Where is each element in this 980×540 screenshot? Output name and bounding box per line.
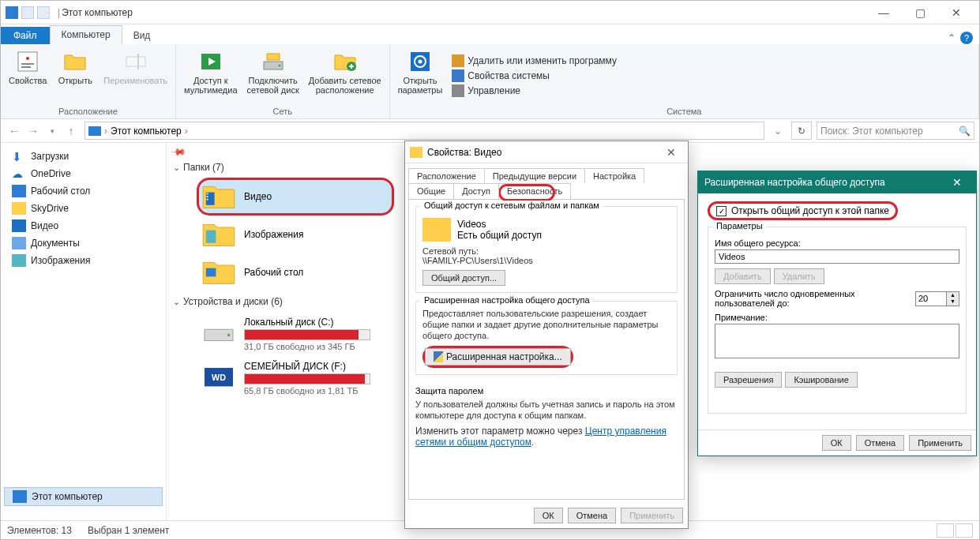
tab-customize[interactable]: Настройка [584,168,644,183]
nav-up-icon[interactable]: ↑ [62,122,80,140]
ribbon-uninstall-link[interactable]: Удалить или изменить программу [452,54,617,67]
tab-view[interactable]: Вид [122,27,162,44]
sidebar-item-desktop[interactable]: Рабочий стол [4,182,163,200]
ok-button[interactable]: ОК [822,435,851,451]
svg-rect-16 [207,196,208,197]
nav-history-icon[interactable]: ▾ [43,122,61,140]
advanced-sharing-button[interactable]: Расширенная настройка... [425,348,571,366]
folder-item-pictures[interactable]: Изображения [197,216,394,253]
caching-button[interactable]: Кэширование [785,372,857,388]
cancel-button[interactable]: Отмена [856,435,904,451]
view-details-button[interactable] [937,523,954,538]
nav-fwd-icon[interactable]: → [24,122,42,140]
pin-icon[interactable]: 📌 [171,144,187,160]
svg-point-21 [227,334,231,337]
search-icon: 🔍 [959,126,971,137]
shield-icon [434,351,443,362]
document-icon [12,237,26,249]
address-location[interactable]: Этот компьютер [111,126,182,137]
close-icon[interactable]: ✕ [659,146,683,159]
disk-label: Локальный диск (C:) [244,317,370,328]
svg-point-1 [26,57,29,60]
share-folder-checkbox[interactable]: ✓ [716,206,727,216]
share-button[interactable]: Общий доступ... [422,270,505,286]
ribbon-open-button[interactable]: Открыть [51,46,99,106]
share-name-label: Имя общего ресурса: [715,238,959,248]
group-parameters: Параметры Имя общего ресурса: Добавить У… [708,227,967,414]
ribbon-open-params-button[interactable]: Открыть параметры [393,46,448,106]
folder-label: Рабочий стол [244,267,303,278]
dialog-buttons: ОК Отмена Применить [698,429,976,456]
folder-item-desktop[interactable]: Рабочий стол [197,253,394,291]
ribbon-manage-link[interactable]: Управление [452,84,617,97]
ok-button[interactable]: ОК [534,508,563,523]
group-title: Общий доступ к сетевым файлам и папкам [421,201,603,210]
stepper-down-icon[interactable]: ▼ [947,298,959,306]
cloud-icon: ☁ [12,167,26,180]
tab-previous-versions[interactable]: Предыдущие версии [484,168,585,183]
disk-item-f[interactable]: WD СЕМЕЙНЫЙ ДИСК (F:) 65,8 ГБ свободно и… [197,356,402,400]
minimize-button[interactable]: — [865,2,902,24]
limit-users-input[interactable] [915,291,947,306]
cancel-button[interactable]: Отмена [568,508,616,523]
folder-item-video[interactable]: Видео [197,178,394,216]
permissions-button[interactable]: Разрешения [715,372,782,388]
sidebar-item-skydrive[interactable]: SkyDrive [4,200,163,217]
view-icons-button[interactable] [956,523,973,538]
status-selection: Выбран 1 элемент [88,525,169,536]
ribbon-media-button[interactable]: Доступ к мультимедиа [179,46,242,106]
close-button[interactable]: ✕ [938,2,974,24]
qat-icon-2[interactable] [21,6,34,19]
svg-rect-19 [206,268,216,277]
sidebar-item-documents[interactable]: Документы [4,234,163,252]
refresh-button[interactable]: ↻ [791,122,812,140]
share-name-input[interactable] [715,249,959,264]
tab-computer[interactable]: Компьютер [50,25,122,44]
properties-dialog: Свойства: Видео ✕ Расположение Предыдущи… [404,141,689,529]
ribbon-tabs: Файл Компьютер Вид ⌃ ? [1,24,979,44]
close-icon[interactable]: ✕ [944,176,970,189]
group-network-sharing: Общий доступ к сетевым файлам и папкам V… [415,206,678,293]
ribbon-rename-button: Переименовать [99,46,172,106]
sidebar-item-downloads[interactable]: ⬇Загрузки [4,148,163,165]
share-status: Есть общий доступ [457,230,542,241]
disk-item-c[interactable]: Локальный диск (C:) 31,0 ГБ свободно из … [197,312,402,356]
sidebar-item-this-pc[interactable]: Этот компьютер [4,487,163,506]
sidebar-item-video[interactable]: Видео [4,217,163,234]
search-box[interactable]: Поиск: Этот компьютер 🔍 [817,122,974,140]
ribbon: Свойства Открыть Переименовать Расположе… [1,44,979,119]
disk-free-text: 31,0 ГБ свободно из 345 ГБ [244,342,370,351]
highlight-ring: Расширенная настройка... [422,346,573,368]
remove-button: Удалить [774,268,824,284]
apply-button[interactable]: Применить [909,435,971,451]
help-icon[interactable]: ? [960,32,973,44]
disk-usage-bar [244,373,370,384]
qat-icon-3[interactable] [37,6,50,19]
ribbon-sysprops-link[interactable]: Свойства системы [452,69,617,82]
stepper-up-icon[interactable]: ▲ [947,292,959,299]
tab-file[interactable]: Файл [1,27,50,44]
collapse-ribbon-icon[interactable]: ⌃ [948,32,956,43]
pc-icon [88,126,101,136]
tab-security[interactable]: Безопасность [498,183,571,199]
note-textarea[interactable] [715,324,959,358]
tab-general[interactable]: Общие [408,183,454,199]
sidebar-item-onedrive[interactable]: ☁OneDrive [4,165,163,182]
tab-location[interactable]: Расположение [408,168,485,183]
limit-users-stepper[interactable]: ▲▼ [915,291,959,306]
nav-back-icon[interactable]: ← [6,122,23,140]
ribbon-map-drive-button[interactable]: Подключить сетевой диск [242,46,304,106]
monitor-icon [452,69,464,82]
ribbon-add-network-button[interactable]: Добавить сетевое расположение [304,46,386,106]
chevron-right-icon: › [104,126,107,137]
address-bar[interactable]: › Этот компьютер › [84,122,764,140]
sidebar-item-pictures[interactable]: Изображения [4,252,163,269]
tab-sharing[interactable]: Доступ [453,183,499,199]
download-icon: ⬇ [12,150,26,163]
ribbon-group-system-label: Система [393,106,975,117]
ribbon-properties-button[interactable]: Свойства [4,46,51,106]
address-dropdown-icon[interactable]: ⌄ [769,126,787,137]
maximize-button[interactable]: ▢ [902,2,938,24]
limit-users-label: Ограничить число одновременных пользоват… [715,289,855,308]
advanced-sharing-dialog: Расширенная настройка общего доступа ✕ ✓… [697,171,977,456]
